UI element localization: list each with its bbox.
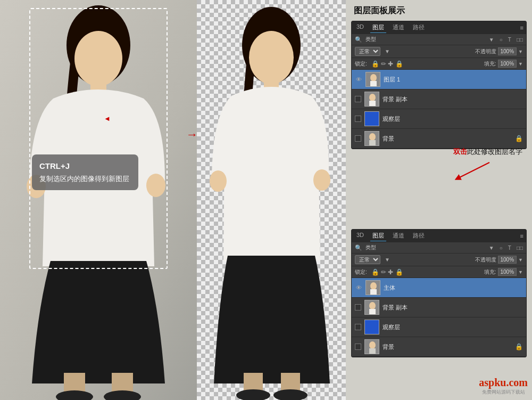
layer-name-p2-3: 观察层 <box>383 323 523 331</box>
fill-row-2: 锁定: 🔒 ✏ ✚ 🔒 填充: 100% ▼ <box>352 266 526 278</box>
svg-rect-37 <box>370 289 377 295</box>
eye-icon-1[interactable]: 👁 <box>355 76 362 83</box>
layer-name-3: 观察层 <box>383 115 523 123</box>
layer-name-p2-2: 背景 副本 <box>383 304 523 312</box>
shortcut-text: CTRL+J <box>39 160 131 173</box>
lock-icon-p2-4: 🔒 <box>515 343 523 350</box>
layer-item-4[interactable]: 背景 🔒 <box>352 129 526 149</box>
fill-row-1: 锁定: 🔒 ✏ ✚ 🔒 填充: 100% ▼ <box>352 58 526 70</box>
opacity-value-2[interactable]: 100% <box>498 256 517 264</box>
svg-point-36 <box>370 282 377 290</box>
eye-icon-p2-1[interactable]: 👁 <box>355 284 362 291</box>
type-label-2[interactable]: 类型 <box>365 244 486 251</box>
opacity-arrow-1: ▼ <box>518 49 523 54</box>
layer-item-p2-4[interactable]: 背景 🔒 <box>352 337 526 357</box>
svg-rect-40 <box>369 309 376 315</box>
layer-thumb-3 <box>364 111 379 126</box>
blend-mode-select-2[interactable]: 正常 <box>355 255 380 264</box>
panel-tabs-2: 3D 图层 通道 路径 ≡ <box>352 230 526 242</box>
tooltip-description: 复制选区内的图像得到新图层 <box>39 174 131 185</box>
blend-arrow-1: ▼ <box>385 48 390 54</box>
opacity-arrow-2: ▼ <box>518 257 523 263</box>
tab-channels-2[interactable]: 通道 <box>390 231 406 241</box>
layer-thumb-4 <box>364 131 379 146</box>
layer-name-4: 背景 <box>383 135 512 143</box>
layer-item-p2-3[interactable]: 观察层 <box>352 317 526 337</box>
panel-tabs-1: 3D 图层 通道 路径 ≡ <box>352 21 526 34</box>
layer-item-p2-2[interactable]: 背景 副本 <box>352 298 526 317</box>
panel-menu-icon-1[interactable]: ≡ <box>520 25 523 31</box>
layer-thumb-1 <box>365 72 380 87</box>
opacity-value-1[interactable]: 100% <box>498 47 517 55</box>
watermark-text: aspku.com <box>479 377 528 389</box>
panel-icons-2: ≡ <box>520 233 523 239</box>
lock-label-2: 锁定: <box>355 268 367 276</box>
layer-thumb-2 <box>364 92 379 107</box>
svg-point-33 <box>369 133 376 141</box>
layer-name-2: 背景 副本 <box>383 95 523 103</box>
layer-item-p2-1[interactable]: 👁 主体 <box>352 278 526 298</box>
circle-icon-1: ○ <box>500 37 503 43</box>
box-icons-2: □□ <box>517 245 523 251</box>
layers-panel-1: 3D 图层 通道 路径 ≡ 🔍 类型 ▼ ○ T □□ <box>351 21 527 149</box>
checkbox-p2-2[interactable] <box>355 304 361 311</box>
fill-group-1: 填充: 100% ▼ <box>484 60 523 68</box>
dashed-selection <box>29 8 168 269</box>
center-photo-panel <box>197 0 346 400</box>
svg-point-42 <box>369 341 376 349</box>
watermark-subtext: 免费网站源码下载站 <box>479 389 528 396</box>
svg-point-20 <box>210 170 227 192</box>
lock-icons-2[interactable]: 🔒 ✏ ✚ 🔒 <box>371 268 403 276</box>
type-row-1: 🔍 类型 ▼ ○ T □□ <box>352 34 526 45</box>
fill-label-1: 填充: <box>484 60 496 68</box>
tab-3d-2[interactable]: 3D <box>354 231 366 241</box>
tab-layers-1[interactable]: 图层 <box>370 22 386 33</box>
svg-point-30 <box>369 94 376 101</box>
panel-title: 图层面板展示 <box>351 5 527 17</box>
search-icon-2: 🔍 <box>355 244 362 251</box>
svg-rect-34 <box>369 140 376 146</box>
opacity-label-1: 不透明度 <box>475 48 496 55</box>
layer-item-3[interactable]: 观察层 <box>352 109 526 129</box>
lock-icons-1[interactable]: 🔒 ✏ ✚ 🔒 <box>371 60 403 68</box>
center-arrow: → <box>186 128 198 142</box>
checkbox-4[interactable] <box>355 135 361 142</box>
checkbox-2[interactable] <box>355 96 361 102</box>
layer-name-p2-1: 主体 <box>384 284 523 292</box>
blend-arrow-2: ▼ <box>385 257 390 263</box>
blend-mode-select-1[interactable]: 正常 <box>355 47 380 56</box>
arrow-indicator: ◄ <box>104 115 111 123</box>
tab-paths-2[interactable]: 路径 <box>411 231 427 241</box>
search-icon-1: 🔍 <box>355 36 362 43</box>
right-panel: 图层面板展示 3D 图层 通道 路径 ≡ 🔍 类型 ▼ ○ <box>346 0 532 400</box>
fill-arrow-1: ▼ <box>518 61 523 67</box>
fill-value-1[interactable]: 100% <box>498 60 517 68</box>
layer-thumb-p2-2 <box>364 300 379 315</box>
svg-point-39 <box>369 302 376 309</box>
lock-icon-4: 🔒 <box>515 135 523 142</box>
tab-layers-2[interactable]: 图层 <box>370 231 386 241</box>
main-area: CTRL+J 复制选区内的图像得到新图层 ◄ → <box>0 0 532 400</box>
type-label-1[interactable]: 类型 <box>365 36 486 43</box>
panel-menu-icon-2[interactable]: ≡ <box>520 233 523 239</box>
fill-value-2[interactable]: 100% <box>498 268 517 276</box>
tab-paths-1[interactable]: 路径 <box>411 22 427 33</box>
checkbox-3[interactable] <box>355 116 361 122</box>
panel-icons-1: ≡ <box>520 25 523 31</box>
checkbox-p2-3[interactable] <box>355 324 361 330</box>
layer-name-p2-4: 背景 <box>383 343 512 351</box>
svg-point-27 <box>370 74 377 81</box>
annotation-arrow-line <box>452 160 495 183</box>
tab-group-1: 3D 图层 通道 路径 <box>354 22 427 33</box>
checkbox-p2-4[interactable] <box>355 344 361 350</box>
layer-item-2[interactable]: 背景 副本 <box>352 89 526 109</box>
type-dropdown-2[interactable]: ▼ <box>489 245 494 251</box>
layer-item-1[interactable]: 👁 图层 1 <box>352 70 526 89</box>
layer-thumb-p2-3 <box>364 320 379 334</box>
tab-channels-1[interactable]: 通道 <box>390 22 406 33</box>
type-dropdown-1[interactable]: ▼ <box>489 37 494 43</box>
tab-3d-1[interactable]: 3D <box>354 22 366 33</box>
opacity-group-1: 不透明度 100% ▼ <box>475 47 523 55</box>
layer-name-1: 图层 1 <box>384 76 523 84</box>
dblclick-red: 双击 <box>453 148 467 156</box>
